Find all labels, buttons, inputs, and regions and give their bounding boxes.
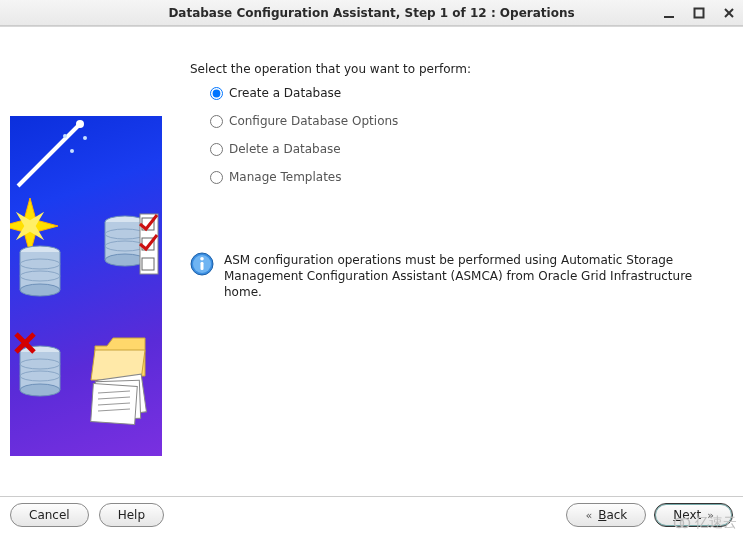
info-icon — [190, 252, 214, 276]
svg-rect-1 — [695, 9, 704, 18]
svg-point-13 — [105, 254, 145, 266]
svg-point-8 — [70, 149, 74, 153]
back-label-rest: ack — [606, 508, 627, 522]
radio-manage-templates[interactable] — [210, 171, 223, 184]
help-button[interactable]: Help — [99, 503, 164, 527]
svg-point-48 — [200, 257, 204, 261]
svg-point-6 — [63, 134, 67, 138]
svg-point-5 — [76, 120, 84, 128]
window-title: Database Configuration Assistant, Step 1… — [0, 6, 743, 20]
wizard-footer: Cancel Help « Back Next » 亿速云 — [0, 496, 743, 536]
wizard-graphic — [10, 116, 162, 456]
svg-rect-47 — [201, 262, 204, 270]
option-label: Configure Database Options — [229, 114, 398, 128]
window-controls — [659, 0, 739, 26]
svg-rect-28 — [142, 258, 154, 270]
radio-configure-database[interactable] — [210, 115, 223, 128]
option-label: Manage Templates — [229, 170, 342, 184]
chevron-right-icon: » — [707, 509, 714, 522]
option-manage-templates[interactable]: Manage Templates — [210, 170, 398, 184]
titlebar: Database Configuration Assistant, Step 1… — [0, 0, 743, 26]
option-create-database[interactable]: Create a Database — [210, 86, 398, 100]
svg-line-4 — [18, 124, 80, 186]
next-button[interactable]: Next » — [654, 503, 733, 527]
option-label: Create a Database — [229, 86, 341, 100]
svg-rect-0 — [664, 16, 674, 18]
option-label: Delete a Database — [229, 142, 341, 156]
back-button[interactable]: « Back — [566, 503, 646, 527]
radio-delete-database[interactable] — [210, 143, 223, 156]
radio-create-database[interactable] — [210, 87, 223, 100]
option-configure-database[interactable]: Configure Database Options — [210, 114, 398, 128]
wizard-content: Select the operation that you want to pe… — [0, 26, 743, 496]
minimize-button[interactable] — [659, 3, 679, 23]
operation-options: Create a Database Configure Database Opt… — [210, 86, 398, 184]
option-delete-database[interactable]: Delete a Database — [210, 142, 398, 156]
svg-point-31 — [20, 384, 60, 396]
prompt-text: Select the operation that you want to pe… — [190, 62, 471, 76]
svg-point-20 — [20, 284, 60, 296]
info-message: ASM configuration operations must be per… — [190, 252, 725, 301]
info-text: ASM configuration operations must be per… — [224, 252, 725, 301]
cancel-button[interactable]: Cancel — [10, 503, 89, 527]
close-button[interactable] — [719, 3, 739, 23]
maximize-button[interactable] — [689, 3, 709, 23]
chevron-left-icon: « — [585, 509, 592, 522]
svg-point-7 — [83, 136, 87, 140]
next-label-rest: ext — [682, 508, 701, 522]
